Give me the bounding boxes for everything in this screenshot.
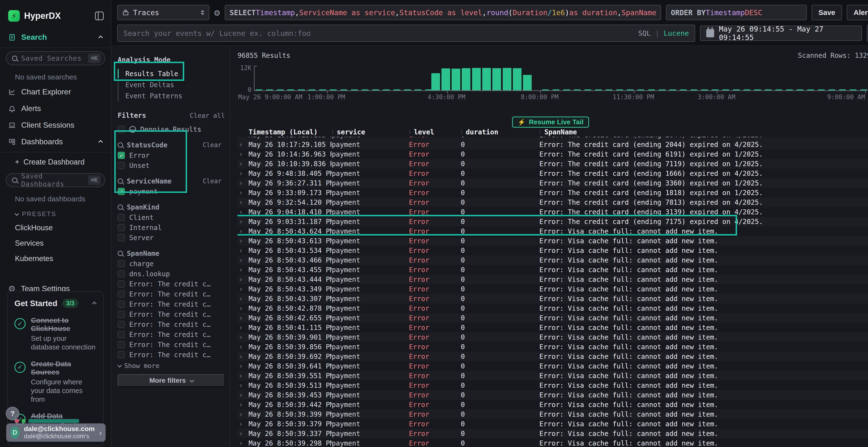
- expand-row-icon[interactable]: ›: [238, 256, 249, 264]
- table-row[interactable]: › May 26 8:50:41.115 PM payment Error 0 …: [238, 323, 868, 332]
- expand-row-icon[interactable]: ›: [238, 401, 249, 408]
- analysis-mode-event-patterns[interactable]: Event Patterns: [119, 90, 225, 101]
- get-started-item[interactable]: ✓ Create Data Sources Configure where yo…: [14, 360, 96, 404]
- language-lucene-toggle[interactable]: Lucene: [664, 29, 689, 37]
- table-row[interactable]: › May 26 8:50:39.399 PM payment Error 0 …: [238, 409, 868, 419]
- expand-row-icon[interactable]: ›: [238, 305, 249, 312]
- expand-row-icon[interactable]: ›: [238, 391, 249, 399]
- chevron-up-icon[interactable]: [92, 302, 96, 306]
- date-range-picker[interactable]: May 26 09:14:55 - May 27 09:14:55: [700, 26, 862, 41]
- drag-handle-icon[interactable]: ⁞: [332, 129, 334, 135]
- filter-option[interactable]: Internal: [118, 222, 225, 233]
- clear-filter-button[interactable]: Clear: [203, 177, 225, 185]
- table-row[interactable]: › May 26 8:50:39.856 PM payment Error 0 …: [238, 342, 868, 352]
- help-button[interactable]: ?: [6, 407, 19, 420]
- expand-row-icon[interactable]: ›: [238, 160, 249, 167]
- expand-row-icon[interactable]: ›: [238, 343, 249, 350]
- save-button[interactable]: Save: [812, 5, 842, 20]
- resume-live-tail-button[interactable]: ⚡ Resume Live Tail: [512, 116, 589, 128]
- filter-option[interactable]: Error: The credit card …: [118, 279, 225, 289]
- preset-services[interactable]: Services: [0, 236, 111, 251]
- checkbox-icon[interactable]: [118, 214, 125, 221]
- table-row[interactable]: › May 26 9:48:38.405 PM payment Error 0 …: [238, 169, 868, 178]
- checkbox-icon[interactable]: [118, 331, 125, 338]
- checkbox-icon[interactable]: [118, 234, 125, 241]
- histogram-plot[interactable]: [254, 66, 868, 91]
- expand-row-icon[interactable]: ›: [238, 208, 249, 215]
- histogram-bar[interactable]: [492, 68, 501, 90]
- histogram-bar[interactable]: [462, 68, 470, 90]
- results-histogram[interactable]: 12K 0: [238, 66, 868, 91]
- expand-row-icon[interactable]: ›: [238, 276, 249, 283]
- expand-row-icon[interactable]: ›: [238, 420, 249, 427]
- preset-kubernetes[interactable]: Kubernetes: [0, 251, 111, 266]
- drag-handle-icon[interactable]: ⁞: [539, 129, 541, 135]
- column-header-level[interactable]: ⁞level: [409, 128, 461, 136]
- saved-dashboards-input[interactable]: Saved Dashboards ⌘K: [6, 173, 105, 187]
- checkbox-icon[interactable]: [118, 162, 125, 169]
- histogram-bar[interactable]: [523, 75, 532, 90]
- table-row[interactable]: › May 26 9:03:31.187 PM payment Error 0 …: [238, 217, 868, 227]
- filter-option[interactable]: dns.lookup: [118, 269, 225, 279]
- table-row[interactable]: › May 26 8:50:39.551 PM payment Error 0 …: [238, 371, 868, 381]
- order-by-editor[interactable]: ORDER BY Timestamp DESC: [666, 5, 807, 20]
- filter-option[interactable]: Error: The credit card …: [118, 330, 225, 340]
- table-row[interactable]: › May 26 9:32:54.120 PM payment Error 0 …: [238, 198, 868, 207]
- table-row[interactable]: › May 26 8:50:39.901 PM payment Error 0 …: [238, 332, 868, 342]
- expand-row-icon[interactable]: ›: [238, 150, 249, 158]
- preset-clickhouse[interactable]: ClickHouse: [0, 220, 111, 236]
- table-row[interactable]: › May 26 8:50:39.298 PM payment Error 0 …: [238, 438, 868, 447]
- table-row[interactable]: › May 26 8:50:39.337 PM payment Error 0 …: [238, 429, 868, 438]
- expand-row-icon[interactable]: ›: [238, 411, 249, 418]
- table-row[interactable]: › May 26 10:17:29.105 PM payment Error 0…: [238, 140, 868, 149]
- expand-row-icon[interactable]: ›: [238, 372, 249, 379]
- checkbox-icon[interactable]: [118, 321, 125, 328]
- source-select[interactable]: Traces: [117, 5, 209, 20]
- table-row[interactable]: › May 26 8:50:43.466 PM payment Error 0 …: [238, 255, 868, 265]
- sidebar-item-chart-explorer[interactable]: Chart Explorer: [0, 83, 111, 100]
- checkbox-icon[interactable]: [118, 260, 125, 267]
- table-row[interactable]: › May 26 8:50:39.692 PM payment Error 0 …: [238, 352, 868, 361]
- column-header-duration[interactable]: ⁞duration: [461, 128, 539, 136]
- event-search-input[interactable]: Search your events w/ Lucene ex. column:…: [117, 25, 695, 42]
- expand-row-icon[interactable]: ›: [238, 382, 249, 389]
- histogram-bar[interactable]: [431, 73, 440, 90]
- sidebar-item-client-sessions[interactable]: Client Sessions: [0, 117, 111, 133]
- histogram-bar[interactable]: [441, 68, 450, 90]
- histogram-bar[interactable]: [482, 68, 491, 90]
- get-started-item[interactable]: ✓ Connect to ClickHouse Set up your data…: [14, 316, 96, 352]
- histogram-bar[interactable]: [472, 68, 481, 90]
- checkbox-icon[interactable]: [118, 290, 125, 298]
- analysis-mode-results-table[interactable]: Results Table: [119, 68, 225, 79]
- table-row[interactable]: › May 26 8:50:42.878 PM payment Error 0 …: [238, 304, 868, 313]
- saved-searches-input[interactable]: Saved Searches ⌘K: [6, 51, 105, 65]
- histogram-bar[interactable]: [452, 69, 460, 90]
- table-row[interactable]: › May 26 8:50:39.453 PM payment Error 0 …: [238, 390, 868, 400]
- table-row[interactable]: › May 26 10:14:36.963 PM payment Error 0…: [238, 149, 868, 159]
- expand-row-icon[interactable]: ›: [238, 353, 249, 360]
- column-header-spanname[interactable]: ⁞SpanName: [539, 128, 868, 136]
- filter-option[interactable]: Error: The credit card …: [118, 289, 225, 299]
- table-row[interactable]: › May 26 9:33:09.173 PM payment Error 0 …: [238, 188, 868, 198]
- expand-row-icon[interactable]: ›: [238, 189, 249, 196]
- filter-option[interactable]: ✓ Error: [118, 150, 225, 161]
- sidebar-item-alerts[interactable]: Alerts: [0, 100, 111, 117]
- table-row[interactable]: › May 26 8:50:43.624 PM payment Error 0 …: [238, 227, 868, 236]
- checkbox-icon[interactable]: [118, 270, 125, 277]
- table-row[interactable]: › May 26 8:50:39.379 PM payment Error 0 …: [238, 419, 868, 429]
- drag-handle-icon[interactable]: ⁞: [409, 129, 411, 135]
- table-row[interactable]: › May 26 9:04:18.410 PM payment Error 0 …: [238, 207, 868, 217]
- sidebar-item-search[interactable]: Search: [0, 29, 111, 45]
- expand-row-icon[interactable]: ›: [238, 430, 249, 437]
- histogram-bar[interactable]: [513, 68, 522, 90]
- filter-option[interactable]: Error: The credit card …: [118, 350, 225, 360]
- create-dashboard-button[interactable]: + Create Dashboard: [0, 154, 111, 170]
- expand-row-icon[interactable]: ›: [238, 141, 249, 148]
- user-menu[interactable]: D dale@clickhouse.com dale@clickhouse.co…: [6, 423, 105, 442]
- expand-row-icon[interactable]: ›: [238, 363, 249, 370]
- denoise-results-checkbox[interactable]: Denoise Results: [118, 124, 225, 134]
- drag-handle-icon[interactable]: ⁞: [461, 129, 462, 135]
- analysis-mode-event-deltas[interactable]: Event Deltas: [119, 79, 225, 90]
- histogram-bar[interactable]: [503, 68, 512, 90]
- expand-row-icon[interactable]: ›: [238, 247, 249, 254]
